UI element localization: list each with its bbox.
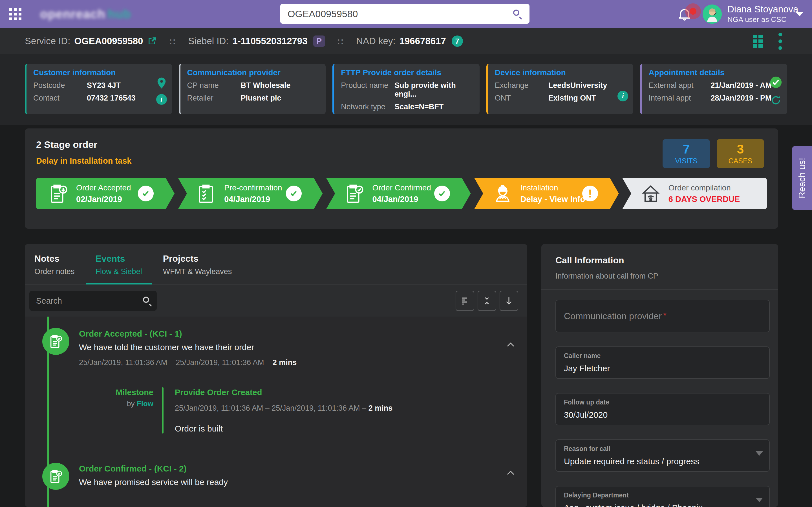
notification-badge: [685, 3, 701, 19]
events-search-input[interactable]: [36, 296, 142, 305]
card-title: FTTP Provide order details: [341, 68, 473, 77]
tab-subtitle: Order notes: [35, 267, 75, 276]
event-start: 25/Jan/2019, 11:01:36 AM: [79, 358, 167, 367]
cases-badge[interactable]: 3 CASES: [717, 139, 764, 168]
location-pin-icon[interactable]: [156, 77, 167, 89]
chevron-down-icon[interactable]: [796, 12, 804, 16]
app-root: openreach hub Diana Stoyano: [0, 0, 812, 507]
row-value: Sub provide with engi...: [395, 81, 473, 99]
collapse-event-button[interactable]: [506, 470, 515, 476]
clipboard-check-icon: [49, 334, 63, 349]
milestone-title: Provide Order Created: [175, 388, 393, 397]
events-panel: Notes Order notes Events Flow & Siebel P…: [25, 244, 527, 507]
stage-subtitle: Delay in Installation task: [36, 156, 132, 166]
tab-projects[interactable]: Projects WFMT & Wayleaves: [162, 253, 233, 284]
user-role: NGA user as CSC: [727, 15, 798, 24]
siebel-id-value: 1-1105520312793: [232, 36, 307, 47]
communication-provider-field[interactable]: Communication provider*: [555, 300, 770, 332]
reason-for-call-select[interactable]: Reason for call Update required re statu…: [555, 439, 770, 472]
row-value: Existing ONT: [548, 94, 596, 103]
arrow-down-icon: [504, 295, 514, 306]
grid-view-icon[interactable]: [753, 35, 763, 48]
notifications-bell[interactable]: [677, 6, 693, 22]
event-end: 25/Jan/2019, 11:01:36 AM: [175, 358, 264, 367]
scroll-down-button[interactable]: [500, 291, 518, 311]
row-label: Network type: [341, 103, 395, 111]
row-label: Product name: [341, 81, 395, 90]
cards-band: Customer information Postcode SY23 4JT C…: [0, 54, 812, 125]
service-id-value: OGEA00959580: [74, 36, 143, 47]
panel-tabs: Notes Order notes Events Flow & Siebel P…: [25, 244, 527, 284]
field-label: Caller name: [564, 352, 752, 360]
milestone-end: 25/Jan/2019, 11:01:36 AM: [271, 404, 360, 412]
stage-order-accepted[interactable]: Order Accepted 02/Jan/2019: [36, 178, 174, 209]
nad-key-value: 196678617: [400, 36, 446, 47]
card-title: Device information: [495, 68, 627, 77]
milestone-row: Milestone by Flow Provide Order Created …: [93, 387, 527, 434]
tab-notes[interactable]: Notes Order notes: [33, 253, 76, 284]
search-icon[interactable]: [142, 296, 152, 305]
row-value: 21/Jan/2019 - AM: [711, 81, 772, 90]
field-value: Update required re status / progress: [564, 457, 752, 466]
apps-grid-icon[interactable]: [9, 8, 21, 20]
follow-up-date-field[interactable]: Follow up date 30/Jul/2020: [555, 393, 770, 425]
visits-count: 7: [683, 142, 690, 156]
visits-badge[interactable]: 7 VISITS: [663, 139, 710, 168]
row-value: Scale=N=BFT: [395, 103, 444, 111]
placeholder-text: Communication provider: [564, 311, 662, 321]
card-title: Customer information: [33, 68, 165, 77]
required-asterisk: *: [663, 311, 666, 320]
user-info[interactable]: Diana Stoyanova NGA user as CSC: [727, 4, 798, 24]
stage-date: 02/Jan/2019: [76, 194, 131, 204]
siebel-id-group: Siebel ID: 1-1105520312793 P: [188, 36, 325, 47]
events-search: [29, 291, 157, 311]
stage-order-compilation[interactable]: Order compilation 6 DAYS OVERDUE: [622, 178, 767, 209]
field-placeholder: Communication provider*: [564, 311, 666, 321]
tab-subtitle: WFMT & Wayleaves: [163, 267, 232, 276]
by-label: by: [127, 399, 135, 408]
stage-pre-confirmation[interactable]: Pre-confirmation 04/Jan/2019: [178, 178, 322, 209]
global-search-input[interactable]: [288, 8, 513, 19]
collapse-event-button[interactable]: [506, 342, 515, 348]
field-label: Delaying Department: [564, 492, 752, 499]
delaying-department-select[interactable]: Delaying Department Asg –system issue / …: [555, 486, 770, 507]
milestone-duration: 2 mins: [368, 404, 393, 412]
stage-overdue: 6 DAYS OVERDUE: [668, 194, 740, 204]
service-id-group: Service ID: OGEA00959580: [25, 36, 157, 47]
stage-installation[interactable]: Installation Delay - View Info !: [474, 178, 619, 209]
collapse-all-button[interactable]: [477, 291, 496, 311]
refresh-icon[interactable]: [770, 95, 781, 106]
cases-count: 3: [737, 142, 744, 156]
row-label: Exchange: [495, 81, 548, 90]
separator: ::: [169, 36, 176, 47]
service-id-label: Service ID:: [25, 36, 70, 47]
dropdown-arrow-icon: [756, 498, 763, 502]
info-icon[interactable]: i: [617, 91, 628, 101]
nad-count-badge[interactable]: 7: [452, 36, 463, 47]
check-circle-icon: [434, 186, 450, 202]
card-communication-provider: Communication provider CP name BT Wholes…: [179, 64, 326, 114]
info-icon[interactable]: i: [156, 94, 167, 105]
row-label: ONT: [495, 94, 548, 103]
external-link-icon[interactable]: [147, 36, 157, 46]
stage-order-confirmed[interactable]: Order Confirmed 04/Jan/2019: [326, 178, 470, 209]
caller-name-field[interactable]: Caller name Jay Fletcher: [555, 346, 770, 379]
tab-events[interactable]: Events Flow & Siebel: [94, 253, 143, 284]
sort-list-button[interactable]: [456, 291, 474, 311]
reach-us-tab[interactable]: Reach us!: [792, 146, 812, 210]
kebab-menu-icon[interactable]: [778, 33, 782, 50]
card-fttp-order-details: FTTP Provide order details Product name …: [333, 64, 479, 114]
events-timeline: Order Accepted - (KCI - 1) We have told …: [25, 317, 527, 507]
milestone-source: by Flow: [93, 399, 153, 408]
tab-title: Projects: [163, 253, 232, 264]
exclamation-circle-icon: !: [582, 186, 598, 202]
siebel-p-badge[interactable]: P: [313, 36, 325, 47]
search-icon[interactable]: [513, 9, 522, 18]
field-value: Asg –system issue / bridge / Phoenix: [564, 503, 752, 507]
event-order-confirmed: Order Confirmed - (KCI - 2) We have prom…: [32, 463, 527, 490]
event-title: Order Accepted - (KCI - 1): [79, 329, 297, 339]
row-label: Internal appt: [649, 94, 711, 103]
row-value: BT Wholesale: [241, 81, 291, 90]
nad-key-label: NAD key:: [356, 36, 395, 47]
avatar[interactable]: [703, 4, 722, 24]
